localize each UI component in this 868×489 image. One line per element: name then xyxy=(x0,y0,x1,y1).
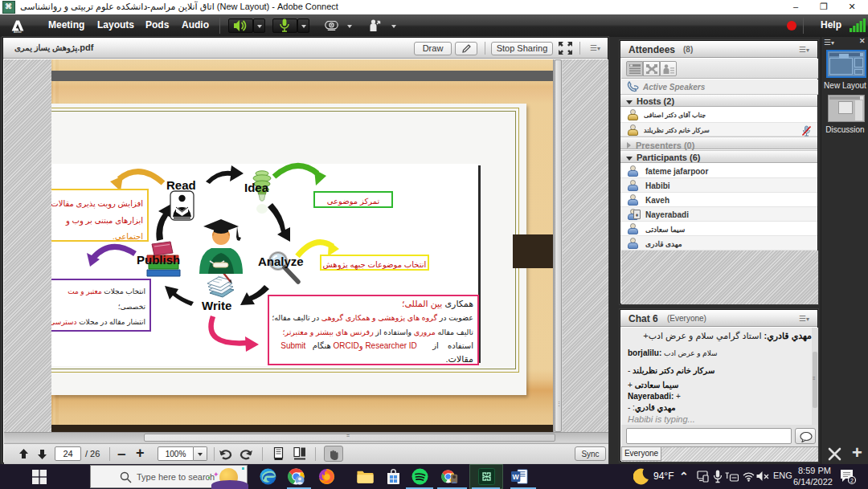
svg-text:2: 2 xyxy=(850,478,854,483)
svg-text:W: W xyxy=(513,473,520,481)
svg-text:Adobe: Adobe xyxy=(14,31,22,33)
